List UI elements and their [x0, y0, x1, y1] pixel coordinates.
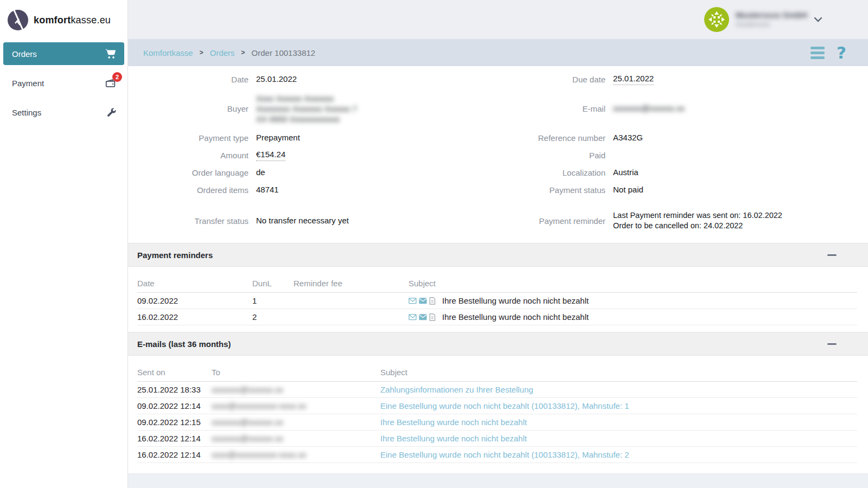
payment-reminders-table: Date DunL Reminder fee Subject 09.02.202… [137, 270, 857, 325]
email-row: 09.02.2022 12:14 xxxx@xxxxxxxxxx-xxxx.xx… [137, 398, 857, 414]
envelope-outline-icon[interactable] [409, 313, 417, 320]
payment-type-value: Prepayment [256, 132, 300, 143]
komfortkasse-logo-icon [8, 10, 28, 30]
field-label: Buyer [128, 104, 248, 113]
column-header-subject: Subject [409, 270, 857, 293]
column-header-reminder-fee: Reminder fee [293, 270, 409, 293]
reminder-row: 09.02.2022 1 [137, 293, 857, 309]
field-label: Localization [433, 168, 605, 177]
wrench-icon [106, 107, 117, 118]
field-label: E-mail [433, 104, 605, 113]
breadcrumb-separator: > [200, 49, 203, 56]
field-label: Paid [433, 151, 605, 160]
buyer-value: Xxxx Xxxxxx Xxxxxxx Xxxxxxxx Xxxxxxx Xxx… [256, 93, 357, 124]
order-details: Date 25.01.2022 Buyer Xxxx Xxxxxx Xxxxxx… [128, 66, 868, 236]
account-name: Musterxxxx GmbH [736, 10, 807, 21]
field-label: Amount [128, 151, 248, 160]
email-row: 25.01.2022 18:33 xxxxxxx@xxxxxx.xx Zahlu… [137, 382, 857, 398]
envelope-filled-icon[interactable] [419, 297, 427, 304]
field-label: Ordered items [128, 185, 248, 195]
sidebar-item-orders[interactable]: Orders [3, 42, 124, 65]
field-label: Payment reminder [433, 216, 605, 226]
sidebar-item-label: Payment [12, 79, 44, 88]
order-language-value: de [256, 167, 265, 178]
due-date-value[interactable]: 25.01.2022 [613, 73, 654, 85]
email-sent-on: 25.01.2022 18:33 [137, 382, 212, 398]
help-icon[interactable]: ? [837, 44, 846, 61]
email-subject-link[interactable]: Ihre Bestellung wurde noch nicht bezahlt [380, 434, 527, 443]
payment-reminders-section: Payment reminders Date DunL Reminder fee… [128, 243, 868, 325]
field-label: Due date [433, 75, 605, 84]
document-icon[interactable] [429, 297, 436, 305]
column-header-subject: Subject [380, 359, 857, 382]
breadcrumb: Komfortkasse > Orders > Order 100133812 [143, 48, 315, 57]
app-window: komfortkasse.eu Orders Payment [0, 0, 868, 488]
envelope-filled-icon[interactable] [419, 313, 427, 320]
account-avatar [704, 7, 729, 32]
reminder-fee [293, 293, 409, 309]
email-subject-link[interactable]: Eine Bestellung wurde noch nicht bezahlt… [380, 450, 629, 459]
reminder-fee [293, 309, 409, 325]
payment-count-badge: 2 [112, 72, 122, 82]
field-label: Order language [128, 168, 248, 177]
localization-value: Austria [613, 167, 639, 178]
emails-table: Sent on To Subject 25.01.2022 18:33 xxxx… [137, 359, 857, 463]
reminder-date: 09.02.2022 [137, 293, 252, 309]
email-to: xxxxxxx@xxxxxx.xx [212, 385, 283, 394]
cart-icon [105, 48, 117, 60]
column-header-to: To [212, 359, 380, 382]
email-subject-link[interactable]: Ihre Bestellung wurde noch nicht bezahlt [380, 418, 527, 427]
breadcrumb-separator: > [241, 49, 245, 56]
field-label: Date [128, 75, 248, 84]
document-icon[interactable] [429, 313, 436, 321]
email-row: 16.02.2022 12:14 xxxx@xxxxxxxxxx-xxxx.xx… [137, 447, 857, 463]
account-menu[interactable]: Musterxxxx GmbH musterxxxx [704, 7, 822, 32]
topbar: Musterxxxx GmbH musterxxxx [128, 0, 868, 39]
order-date-value: 25.01.2022 [256, 74, 297, 85]
sidebar-item-label: Settings [12, 108, 41, 117]
sidebar-item-settings[interactable]: Settings [3, 101, 124, 124]
email-subject-link[interactable]: Eine Bestellung wurde noch nicht bezahlt… [380, 401, 629, 410]
reminder-dunning-level: 1 [252, 293, 293, 309]
email-sent-on: 16.02.2022 12:14 [137, 447, 212, 463]
menu-icon[interactable] [810, 47, 825, 59]
emails-section: E-mails (last 36 months) Sent on To Subj… [128, 332, 868, 463]
account-subtitle: musterxxxx [736, 21, 807, 29]
reminder-subject: Ihre Bestellung wurde noch nicht bezahlt [442, 312, 589, 322]
section-title: Payment reminders [137, 251, 213, 260]
sidebar-nav: Orders Payment [0, 42, 127, 124]
payment-reminder-value: Last Payment reminder was sent on: 16.02… [613, 210, 782, 231]
reference-number-value: A3432G [613, 132, 643, 143]
breadcrumb-link-orders[interactable]: Orders [210, 48, 235, 57]
field-label: Reference number [433, 133, 605, 143]
section-title: E-mails (last 36 months) [137, 339, 231, 349]
ordered-items-value: 48741 [256, 184, 279, 195]
brand: komfortkasse.eu [0, 0, 127, 42]
field-label: Transfer status [128, 216, 248, 226]
email-value: xxxxxxx@xxxxxx.xx [613, 103, 685, 114]
collapse-icon[interactable] [827, 343, 837, 345]
sidebar-item-payment[interactable]: Payment 2 [3, 72, 124, 94]
email-to: xxxxxxx@xxxxxx.xx [212, 418, 283, 427]
column-header-dunl: DunL [252, 270, 293, 293]
collapse-icon[interactable] [827, 254, 837, 256]
breadcrumb-bar: Komfortkasse > Orders > Order 100133812 … [128, 39, 868, 66]
breadcrumb-current: Order 100133812 [252, 48, 316, 57]
email-sent-on: 09.02.2022 12:15 [137, 414, 212, 431]
amount-value[interactable]: €154.24 [256, 149, 285, 161]
column-header-date: Date [137, 270, 252, 293]
reminder-dunning-level: 2 [252, 309, 293, 325]
email-sent-on: 09.02.2022 12:14 [137, 398, 212, 414]
sidebar: komfortkasse.eu Orders Payment [0, 0, 128, 488]
page-footer-strip [128, 473, 868, 488]
email-to: xxxxxxx@xxxxxx.xx [212, 434, 283, 443]
reminder-date: 16.02.2022 [137, 309, 252, 325]
email-sent-on: 16.02.2022 12:14 [137, 431, 212, 447]
email-row: 09.02.2022 12:15 xxxxxxx@xxxxxx.xx Ihre … [137, 414, 857, 431]
brand-name: komfortkasse.eu [34, 15, 111, 26]
breadcrumb-link-komfortkasse[interactable]: Komfortkasse [143, 48, 193, 57]
envelope-outline-icon[interactable] [409, 297, 417, 304]
email-row: 16.02.2022 12:14 xxxxxxx@xxxxxx.xx Ihre … [137, 431, 857, 447]
reminder-subject: Ihre Bestellung wurde noch nicht bezahlt [442, 296, 589, 305]
email-subject-link[interactable]: Zahlungsinformationen zu Ihrer Bestellun… [380, 385, 533, 394]
